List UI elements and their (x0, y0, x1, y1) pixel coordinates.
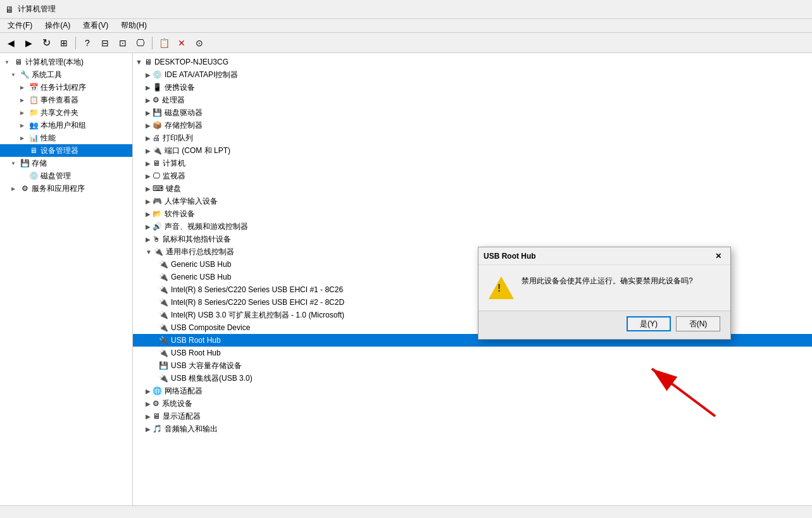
dialog-title: USB Root Hub (484, 252, 711, 261)
dialog-overlay: USB Root Hub ✕ ! 禁用此设备会使其停止运行。确实要禁用此设备吗?… (0, 0, 812, 518)
warning-exclamation: ! (497, 283, 501, 294)
confirm-dialog: USB Root Hub ✕ ! 禁用此设备会使其停止运行。确实要禁用此设备吗?… (478, 247, 731, 340)
dialog-message: 禁用此设备会使其停止运行。确实要禁用此设备吗? (522, 275, 720, 287)
dialog-no-button[interactable]: 否(N) (676, 316, 720, 331)
dialog-close-button[interactable]: ✕ (711, 250, 725, 262)
dialog-content: ! 禁用此设备会使其停止运行。确实要禁用此设备吗? (478, 265, 730, 311)
dialog-yes-button[interactable]: 是(Y) (627, 316, 671, 331)
warning-icon: ! (489, 275, 514, 300)
dialog-buttons: 是(Y) 否(N) (478, 311, 730, 339)
dialog-titlebar: USB Root Hub ✕ (478, 247, 730, 265)
